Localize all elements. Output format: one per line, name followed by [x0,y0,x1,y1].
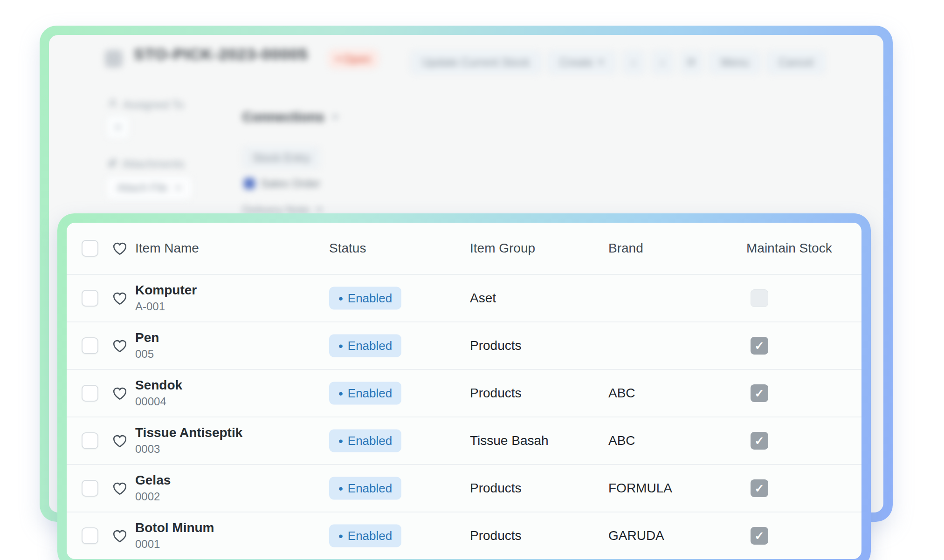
maintain-stock-checkbox [751,432,768,450]
item-name-cell[interactable]: Sendok 00004 [135,378,182,408]
stock-entry-link[interactable]: Stock Entry [242,147,320,169]
cancel-button[interactable]: Cancel [767,51,825,74]
heart-icon[interactable] [111,385,128,402]
status-dot-icon: • [336,52,340,66]
header-item-group[interactable]: Item Group [470,241,535,256]
row-checkbox[interactable] [82,290,98,307]
row-checkbox[interactable] [82,527,98,544]
paperclip-icon [107,157,117,171]
table-row[interactable]: Komputer A-001 •Enabled Aset [67,274,861,321]
status-badge: •Enabled [329,287,401,310]
refresh-button[interactable]: ⟳ [680,51,703,74]
prev-button[interactable]: ‹ [622,51,645,74]
item-name-cell[interactable]: Tissue Antiseptik 0003 [135,425,242,456]
heart-icon[interactable] [111,432,128,449]
header-maintain-stock[interactable]: Maintain Stock [746,241,832,256]
attachments-label: Attachments [107,157,184,171]
item-name-cell[interactable]: Pen 005 [135,330,159,361]
row-checkbox[interactable] [82,432,98,449]
item-group-cell: Products [470,386,522,401]
item-group-cell: Products [470,528,522,543]
select-all-checkbox[interactable] [82,240,98,257]
brand-cell: ABC [608,433,635,448]
maintain-stock-checkbox [751,337,768,355]
sales-order-icon [244,178,255,189]
chevron-down-icon [598,61,604,64]
item-group-cell: Products [470,481,522,496]
maintain-stock-checkbox [751,289,768,307]
table-header-row: Item Name Status Item Group Brand Mainta… [67,223,861,274]
heart-icon[interactable] [111,337,128,354]
header-status[interactable]: Status [329,241,366,256]
page: STO-PICK-2023-00005 •Open Update Current… [0,0,944,560]
maintain-stock-checkbox [751,527,768,545]
assigned-to-label: Assigned To [107,98,184,112]
heart-icon[interactable] [111,240,128,257]
brand-cell: GARUDA [608,528,664,543]
item-name-cell[interactable]: Gelas 0002 [135,473,171,503]
heart-icon[interactable] [111,480,128,497]
row-checkbox[interactable] [82,337,98,354]
item-name-cell[interactable]: Botol Minum 0001 [135,520,214,551]
toolbar: Update Current Stock Create ‹ › ⟳ Menu C… [410,51,825,74]
attach-file-button[interactable]: Attach File + [106,176,192,199]
status-badge: •Enabled [329,335,401,357]
maintain-stock-checkbox [751,384,768,402]
status-badge: •Enabled [329,525,401,547]
row-checkbox[interactable] [82,480,98,497]
table-row[interactable]: Botol Minum 0001 •Enabled Products GARUD… [67,512,861,559]
table-row[interactable]: Sendok 00004 •Enabled Products ABC [67,369,861,417]
item-group-cell: Products [470,338,522,353]
status-badge: •Open [328,49,379,69]
header-brand[interactable]: Brand [608,241,643,256]
menu-button[interactable]: Menu [709,51,760,74]
connections-heading[interactable]: Connections [242,109,338,125]
update-current-stock-button[interactable]: Update Current Stock [410,51,541,74]
items-list-window: Item Name Status Item Group Brand Mainta… [57,213,871,560]
table-row[interactable]: Gelas 0002 •Enabled Products FORMULA [67,464,861,512]
sidebar-toggle-icon[interactable] [105,50,123,68]
next-button[interactable]: › [651,51,674,74]
user-icon [107,98,118,112]
heart-icon[interactable] [111,290,128,307]
item-name-cell[interactable]: Komputer A-001 [135,283,197,313]
chevron-down-icon [332,116,338,119]
status-badge: •Enabled [329,382,401,405]
maintain-stock-checkbox [751,479,768,497]
assign-add-button[interactable]: + [106,116,130,139]
item-group-cell: Tissue Basah [470,433,549,448]
plus-icon: + [175,182,181,194]
brand-cell: ABC [608,386,635,401]
create-button[interactable]: Create [548,51,616,74]
document-title: STO-PICK-2023-00005 [134,45,308,63]
table-row[interactable]: Tissue Antiseptik 0003 •Enabled Tissue B… [67,417,861,464]
status-badge: •Enabled [329,430,401,452]
brand-cell: FORMULA [608,481,672,496]
heart-icon[interactable] [111,527,128,544]
chevron-down-icon [316,208,323,212]
status-badge: •Enabled [329,477,401,500]
item-group-cell: Aset [470,291,496,306]
header-item-name[interactable]: Item Name [135,241,199,256]
row-checkbox[interactable] [82,385,98,402]
sales-order-link[interactable]: Sales Order [244,177,320,190]
table-row[interactable]: Pen 005 •Enabled Products [67,321,861,369]
